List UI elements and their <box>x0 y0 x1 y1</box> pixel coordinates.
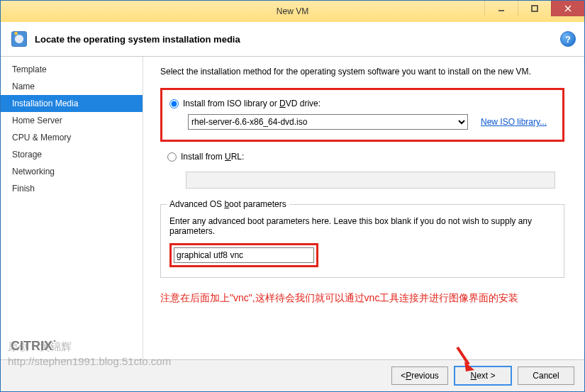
maximize-button[interactable] <box>518 1 551 16</box>
url-input <box>186 172 555 189</box>
step-name[interactable]: Name <box>1 78 143 95</box>
wizard-window: New VM Locate the operating system insta… <box>0 0 585 392</box>
annotation-note: 注意在后面加上"vnc",这样待会我们就可以通过vnc工具连接并进行图像界面的安… <box>160 291 564 306</box>
new-iso-library-link[interactable]: New ISO library... <box>481 117 547 127</box>
previous-button[interactable]: < Previous <box>391 366 448 385</box>
next-button[interactable]: Next > <box>454 366 512 386</box>
boot-params-input[interactable] <box>174 247 314 263</box>
titlebar: New VM <box>1 1 584 22</box>
window-controls <box>484 1 584 22</box>
boot-params-legend: Advanced OS boot parameters <box>167 199 289 209</box>
radio-url-label: Install from URL: <box>181 152 244 162</box>
main-panel: Select the installation method for the o… <box>143 57 584 359</box>
step-template[interactable]: Template <box>1 61 143 78</box>
step-networking[interactable]: Networking <box>1 163 143 180</box>
page-title: Locate the operating system installation… <box>35 34 240 45</box>
minimize-icon <box>497 4 506 13</box>
iso-select-row: rhel-server-6.6-x86_64-dvd.iso New ISO l… <box>188 114 554 130</box>
svg-rect-1 <box>532 6 537 11</box>
radio-iso-row: Install from ISO library or DVD drive: <box>169 99 554 108</box>
minimize-button[interactable] <box>484 1 518 16</box>
close-icon <box>564 4 572 13</box>
instruction-text: Select the installation method for the o… <box>160 67 564 77</box>
svg-point-5 <box>15 35 23 43</box>
maximize-icon <box>530 4 539 13</box>
radio-iso-label: Install from ISO library or DVD drive: <box>183 99 321 108</box>
radio-url-row: Install from URL: <box>167 152 564 162</box>
wizard-footer: < Previous Next > Cancel <box>1 359 584 391</box>
help-icon[interactable]: ? <box>560 31 576 47</box>
close-button[interactable] <box>551 1 584 16</box>
media-icon <box>9 29 29 49</box>
wizard-body: Template Name Installation Media Home Se… <box>1 57 584 359</box>
iso-select[interactable]: rhel-server-6.6-x86_64-dvd.iso <box>188 114 468 130</box>
step-installation-media[interactable]: Installation Media <box>1 95 143 112</box>
radio-url[interactable] <box>167 152 177 162</box>
step-cpu-memory[interactable]: CPU & Memory <box>1 129 143 146</box>
cancel-button[interactable]: Cancel <box>518 366 574 385</box>
step-home-server[interactable]: Home Server <box>1 112 143 129</box>
wizard-header: Locate the operating system installation… <box>1 22 584 57</box>
citrix-brand: CITRIX˙ <box>1 333 143 359</box>
highlight-box-params <box>169 243 318 267</box>
highlight-box-iso: Install from ISO library or DVD drive: r… <box>160 88 564 142</box>
sidebar: Template Name Installation Media Home Se… <box>1 57 143 359</box>
boot-params-fieldset: Advanced OS boot parameters Enter any ad… <box>160 204 564 278</box>
radio-iso[interactable] <box>169 99 179 108</box>
url-input-row <box>186 172 564 189</box>
step-storage[interactable]: Storage <box>1 146 143 163</box>
boot-params-desc: Enter any advanced boot parameters here.… <box>169 216 555 236</box>
step-finish[interactable]: Finish <box>1 180 143 197</box>
